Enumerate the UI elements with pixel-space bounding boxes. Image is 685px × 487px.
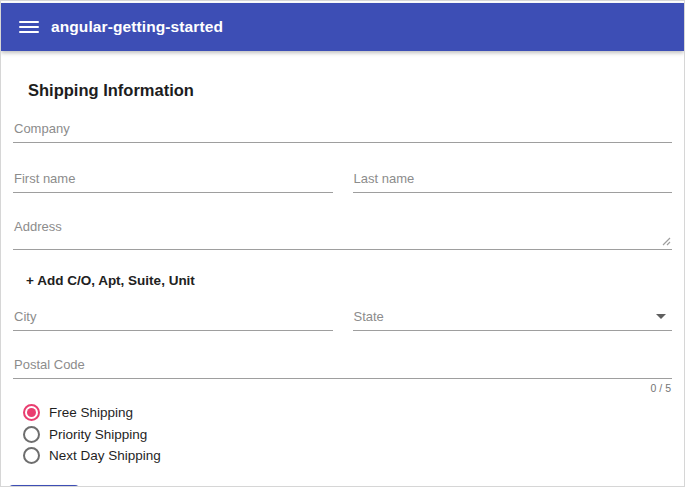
state-select[interactable]: State <box>353 309 673 331</box>
address-field <box>13 219 672 250</box>
city-state-row: State <box>13 309 672 331</box>
last-name-input[interactable] <box>353 171 673 192</box>
menu-button[interactable] <box>17 15 41 39</box>
city-field <box>13 309 333 331</box>
app-title: angular-getting-started <box>51 18 223 36</box>
name-row <box>13 171 672 193</box>
radio-label: Priority Shipping <box>49 427 147 442</box>
first-name-input[interactable] <box>13 171 333 192</box>
radio-priority-shipping[interactable]: Priority Shipping <box>23 424 672 446</box>
radio-label: Next Day Shipping <box>49 448 161 463</box>
first-name-field <box>13 171 333 193</box>
char-counter: 0 / 5 <box>13 379 672 395</box>
shipping-form: Shipping Information + Add C/O, Apt, Sui… <box>1 81 684 487</box>
radio-icon[interactable] <box>23 447 40 464</box>
last-name-field <box>353 171 673 193</box>
arrow-drop-down-icon <box>656 314 666 319</box>
state-select-label: State <box>353 309 657 330</box>
radio-icon[interactable] <box>23 404 40 421</box>
radio-icon[interactable] <box>23 426 40 443</box>
app-toolbar: angular-getting-started <box>1 3 684 51</box>
address-textarea[interactable] <box>13 219 672 249</box>
page-title: Shipping Information <box>28 81 672 100</box>
company-input[interactable] <box>13 121 672 142</box>
add-address-line-button[interactable]: + Add C/O, Apt, Suite, Unit <box>26 273 195 288</box>
shipping-options-radio-group: Free Shipping Priority Shipping Next Day… <box>23 402 672 467</box>
radio-label: Free Shipping <box>49 405 133 420</box>
postal-code-field <box>13 357 672 379</box>
resize-handle-icon[interactable] <box>662 237 671 246</box>
company-field <box>13 121 672 143</box>
radio-next-day-shipping[interactable]: Next Day Shipping <box>23 445 672 467</box>
radio-free-shipping[interactable]: Free Shipping <box>23 402 672 424</box>
city-input[interactable] <box>13 309 333 330</box>
menu-icon <box>19 21 39 23</box>
postal-code-input[interactable] <box>13 357 672 378</box>
